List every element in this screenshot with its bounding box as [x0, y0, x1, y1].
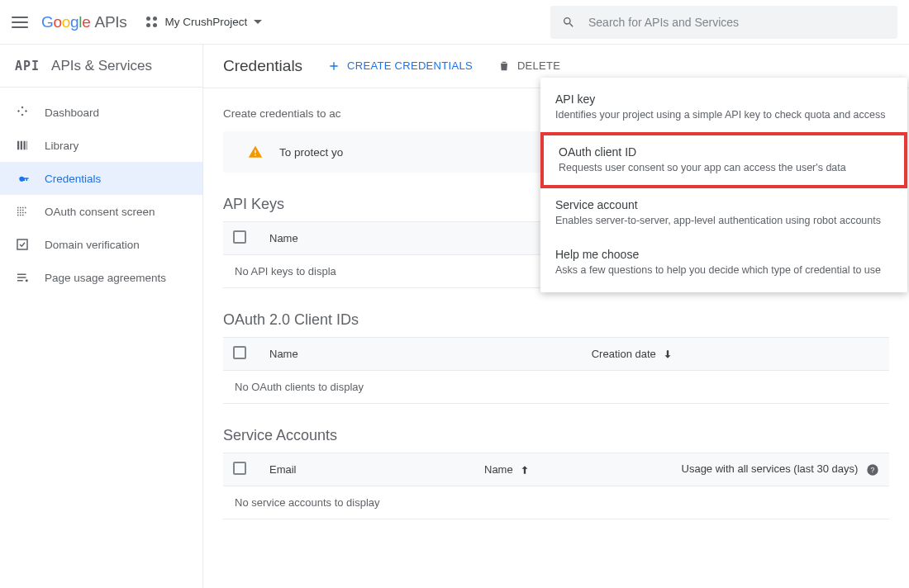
- create-credentials-button[interactable]: Create Credentials: [327, 59, 473, 73]
- menu-item-title: Help me choose: [555, 248, 892, 261]
- service-accounts-empty: No service accounts to display: [223, 486, 889, 519]
- search-icon: [562, 16, 575, 29]
- warning-icon: [248, 145, 263, 159]
- arrow-up-icon: [519, 464, 531, 476]
- project-icon: [146, 17, 158, 28]
- menu-item-title: Service account: [555, 198, 892, 211]
- page-title: Credentials: [223, 57, 302, 75]
- section-oauth-heading: OAuth 2.0 Client IDs: [223, 311, 889, 329]
- section-service-accounts-heading: Service Accounts: [223, 427, 889, 444]
- sidebar-item-label: Dashboard: [45, 107, 99, 119]
- select-all-checkbox[interactable]: [233, 346, 246, 359]
- arrow-down-icon: [662, 349, 673, 360]
- svg-point-0: [26, 279, 28, 282]
- sidebar-item-label: Domain verification: [45, 239, 140, 251]
- oauth-empty: No OAuth clients to display: [223, 371, 889, 404]
- infobar-text: To protect yo: [279, 146, 343, 159]
- help-icon[interactable]: ?: [866, 463, 879, 477]
- delete-button[interactable]: Delete: [497, 59, 560, 73]
- sidebar-item-label: OAuth consent screen: [45, 206, 155, 218]
- oauth-table: Name Creation date: [223, 337, 889, 371]
- sidebar-item-credentials[interactable]: Credentials: [0, 162, 202, 195]
- service-accounts-table: Email Name Usage with all services (last…: [223, 453, 889, 486]
- menu-item-oauth-client-id[interactable]: OAuth client ID Requests user consent so…: [540, 132, 907, 188]
- sidebar: API APIs & Services Dashboard Library Cr…: [0, 45, 203, 588]
- sidebar-item-page-usage[interactable]: Page usage agreements: [0, 261, 202, 294]
- plus-icon: [327, 59, 340, 73]
- key-icon: [15, 171, 30, 186]
- sidebar-title: APIs & Services: [51, 58, 152, 74]
- menu-item-title: API key: [555, 92, 892, 106]
- dashboard-icon: [15, 105, 30, 120]
- search-input[interactable]: [587, 15, 886, 30]
- menu-item-help-me-choose[interactable]: Help me choose Asks a few questions to h…: [540, 238, 907, 287]
- delete-label: Delete: [517, 59, 560, 72]
- col-usage[interactable]: Usage with all services (last 30 days) ?: [571, 453, 889, 486]
- search-box[interactable]: [550, 6, 897, 39]
- select-all-checkbox[interactable]: [233, 230, 246, 244]
- select-all-checkbox[interactable]: [233, 462, 246, 475]
- sidebar-item-domain-verification[interactable]: Domain verification: [0, 228, 202, 261]
- col-name[interactable]: Name: [474, 453, 571, 486]
- create-credentials-label: Create Credentials: [347, 59, 473, 72]
- agreement-icon: [15, 270, 30, 285]
- create-credentials-menu: API key Identifies your project using a …: [540, 78, 907, 292]
- library-icon: [15, 138, 30, 153]
- consent-icon: [15, 204, 30, 219]
- trash-icon: [497, 59, 511, 73]
- sidebar-item-library[interactable]: Library: [0, 129, 202, 162]
- col-name[interactable]: Name: [259, 338, 382, 371]
- sidebar-item-dashboard[interactable]: Dashboard: [0, 96, 202, 129]
- col-name[interactable]: Name: [259, 222, 462, 255]
- project-selector[interactable]: My CrushProject: [146, 16, 262, 28]
- sidebar-nav: Dashboard Library Credentials OAuth cons…: [0, 88, 202, 294]
- menu-item-service-account[interactable]: Service account Enables server-to-server…: [540, 188, 907, 238]
- menu-item-desc: Enables server-to-server, app-level auth…: [555, 215, 892, 226]
- check-box-icon: [15, 237, 30, 252]
- menu-item-title: OAuth client ID: [559, 145, 889, 159]
- sidebar-item-label: Page usage agreements: [45, 272, 166, 284]
- sidebar-item-oauth-consent[interactable]: OAuth consent screen: [0, 195, 202, 228]
- menu-icon[interactable]: [12, 14, 28, 31]
- col-creation-date[interactable]: Creation date: [582, 338, 840, 371]
- menu-item-desc: Identifies your project using a simple A…: [555, 109, 892, 121]
- sidebar-item-label: Credentials: [45, 173, 101, 185]
- menu-item-api-key[interactable]: API key Identifies your project using a …: [540, 83, 907, 132]
- topbar: Google APIs My CrushProject: [0, 0, 909, 45]
- sidebar-item-label: Library: [45, 140, 79, 152]
- chevron-down-icon: [254, 20, 262, 24]
- menu-item-desc: Requests user consent so your app can ac…: [559, 162, 889, 173]
- svg-text:?: ?: [871, 466, 875, 474]
- menu-item-desc: Asks a few questions to help you decide …: [555, 264, 892, 276]
- api-logo-icon: API: [15, 59, 40, 74]
- col-email[interactable]: Email: [259, 453, 474, 486]
- sidebar-heading[interactable]: API APIs & Services: [0, 45, 202, 88]
- google-apis-logo[interactable]: Google APIs: [41, 13, 126, 31]
- project-name: My CrushProject: [164, 16, 247, 28]
- main-content: Credentials Create Credentials Delete Cr…: [203, 45, 909, 588]
